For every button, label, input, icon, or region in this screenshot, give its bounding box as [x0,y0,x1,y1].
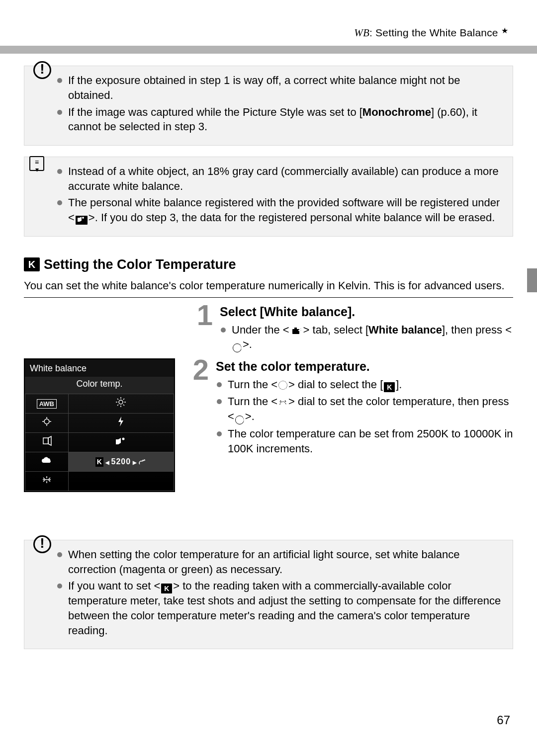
camera-tab-icon: : [290,327,302,336]
svg-line-12 [117,405,118,406]
lcd-cell-flash [68,414,174,433]
quick-dial-icon [278,398,287,407]
svg-line-26 [43,480,45,482]
svg-rect-1 [292,329,299,334]
svg-rect-2 [294,328,297,330]
note-item: Instead of a white object, an 18% gray c… [56,164,502,193]
running-header: WB: Setting the White Balance ★ [24,26,513,40]
svg-line-11 [123,405,124,406]
step-bullet: Turn the < > dial to set the color tempe… [216,394,513,424]
svg-point-0 [82,217,84,219]
k-icon: K [161,584,172,593]
side-thumb-tab [527,268,537,292]
lcd-cell-shade [25,414,69,433]
running-title: : Setting the White Balance [369,27,498,38]
svg-point-14 [44,419,49,424]
svg-text::: : [300,328,301,331]
svg-point-5 [119,400,123,404]
step-number: 2 [189,358,209,381]
main-dial-icon [278,381,287,390]
lcd-cell-awb: AWB [25,394,69,414]
svg-rect-20 [43,438,48,444]
step-2: 2 Set the color temperature. Turn the <>… [189,358,513,458]
note-block-1: ≡▾ Instead of a white object, an 18% gra… [24,157,513,237]
svg-point-3 [298,330,299,331]
k-icon: K [384,382,395,392]
svg-line-13 [123,399,124,400]
set-button-icon: SET [235,416,244,424]
section-heading: K Setting the Color Temperature [24,255,513,273]
set-button-icon: SET [233,343,242,352]
caution-block-2: When setting the color temperature for a… [24,540,513,649]
svg-point-22 [122,438,125,440]
section-intro: You can set the white balance's color te… [24,278,513,293]
svg-line-27 [49,480,50,482]
header-divider [0,46,537,54]
caution-item: If you want to set <K> to the reading ta… [56,579,502,638]
lcd-grid: AWB [25,394,174,491]
caution-block-1: If the exposure obtained in step 1 is wa… [24,66,513,146]
step-bullet: The color temperature can be set from 25… [216,426,513,456]
svg-line-25 [49,478,50,479]
lcd-mock: White balance Color temp. AWB [24,358,175,492]
caution-item: If the image was captured while the Pict… [56,105,502,134]
caution-item: If the exposure obtained in step 1 is wa… [56,73,502,102]
caution-item: When setting the color temperature for a… [56,547,502,577]
step-title: Set the color temperature. [216,358,513,375]
svg-line-10 [117,399,118,400]
k-icon: K [24,257,40,271]
lcd-cell-daylight [68,394,174,414]
step-bullet: Under the < : > tab, select [White balan… [220,323,513,353]
svg-marker-19 [118,417,123,426]
note-item: The personal white balance registered wi… [56,195,502,225]
lcd-cell-tungsten [25,433,69,452]
lcd-cell-custom [68,433,174,452]
lcd-header: White balance [25,359,174,376]
lcd-cell-fluorescent [25,472,69,491]
svg-line-24 [43,478,45,479]
page-number: 67 [497,712,510,728]
step-bullet: Turn the <> dial to select the [K]. [216,377,513,392]
svg-marker-21 [48,436,51,445]
note-icon: ≡▾ [29,156,44,171]
step-number: 1 [193,304,213,327]
divider [24,297,513,298]
lcd-cell-kelvin-selected: K ◀ 5200 ▶ [68,452,174,472]
step-title: Select [White balance]. [220,304,513,321]
wb-label: WB [354,26,369,40]
lcd-cell-cloudy [25,452,69,472]
custom-wb-icon [76,216,88,225]
lcd-cell-empty [68,472,174,491]
lcd-sub: Color temp. [25,377,174,394]
star-icon: ★ [501,25,508,36]
step-1: 1 Select [White balance]. Under the < : … [24,304,513,354]
